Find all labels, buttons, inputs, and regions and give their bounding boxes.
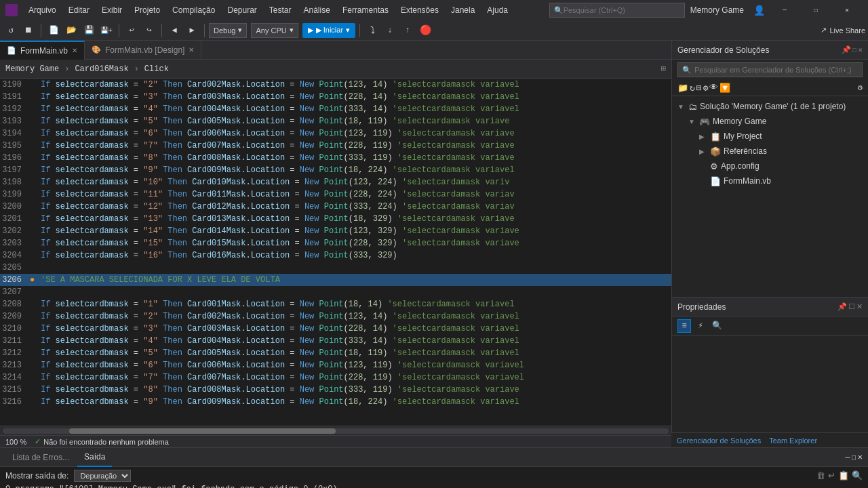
menu-janela[interactable]: Janela: [446, 3, 480, 18]
tree-item-myproject[interactable]: ▶ 📋 My Project: [672, 129, 868, 144]
breadcrumb-class[interactable]: Card016Mask: [75, 64, 128, 74]
props-pin-icon[interactable]: 📌: [837, 302, 847, 311]
save-button[interactable]: 💾: [81, 22, 97, 39]
se-refresh-icon[interactable]: ↻: [690, 83, 695, 94]
tab-close-design[interactable]: ✕: [189, 46, 194, 54]
line-number: 3194: [0, 127, 30, 140]
menu-exibir[interactable]: Exibir: [96, 3, 127, 18]
tab-output[interactable]: Saída: [77, 448, 112, 467]
menu-testar[interactable]: Testar: [264, 3, 297, 18]
line-number: 3204: [0, 249, 30, 262]
menu-depurar[interactable]: Depurar: [222, 3, 262, 18]
no-problems-status: ✓ Não foi encontrado nenhum problema: [35, 437, 169, 446]
search-input[interactable]: [564, 6, 672, 14]
se-pin-icon[interactable]: 📌: [842, 45, 851, 54]
step-in-button[interactable]: ↓: [382, 22, 398, 39]
stop-button[interactable]: ⏹: [20, 22, 37, 39]
table-row: 3194 If selectcardamask = "6" Then Card0…: [0, 127, 671, 140]
tab-error-list[interactable]: Lista de Erros...: [5, 448, 76, 467]
solution-explorer-link[interactable]: Gerenciador de Soluções: [677, 436, 761, 445]
props-sort-icon[interactable]: ⚡: [694, 319, 707, 333]
breadcrumb-project[interactable]: Memory Game: [5, 64, 59, 74]
save-all-button[interactable]: 💾+: [98, 22, 115, 39]
code-lines-area[interactable]: 3190 If selectcardamask = "2" Then Card0…: [0, 79, 671, 426]
menu-ajuda[interactable]: Ajuda: [481, 3, 513, 18]
breadcrumb-sep1: ›: [64, 64, 69, 74]
horizontal-scrollbar[interactable]: [0, 426, 671, 435]
team-explorer-link[interactable]: Team Explorer: [769, 436, 817, 445]
se-header-actions: 📌 ☐ ✕: [842, 45, 863, 54]
expand-icon[interactable]: ⊞: [661, 64, 666, 74]
se-preview-icon[interactable]: 👁: [709, 83, 718, 93]
breadcrumb-method[interactable]: Click: [144, 64, 169, 74]
redo-button[interactable]: ↪: [141, 22, 157, 39]
tree-item-formmain[interactable]: 📄 FormMain.vb: [672, 174, 868, 188]
new-file-button[interactable]: 📄: [45, 22, 62, 39]
back-button[interactable]: ◀: [166, 22, 182, 39]
menu-compilacao[interactable]: Compilação: [167, 3, 220, 18]
close-button[interactable]: ✕: [831, 0, 863, 20]
global-search[interactable]: 🔍: [549, 3, 685, 18]
output-copy-icon[interactable]: 📋: [838, 470, 849, 482]
output-source-dropdown[interactable]: Depuração: [74, 470, 131, 482]
solution-explorer: 🔍 📁 ↻ ⊟ ⚙ 👁 🔽 ⚙ ▼ 🗂 Solução 'Memory Ga: [671, 60, 868, 297]
se-filter-icon[interactable]: 🔽: [719, 83, 730, 94]
output-word-wrap-icon[interactable]: ↵: [828, 470, 835, 482]
menu-arquivo[interactable]: Arquivo: [23, 3, 62, 18]
table-row: 3214 If selectcardbmask = "7" Then Card0…: [0, 371, 671, 384]
output-clear-icon[interactable]: 🗑: [816, 470, 825, 482]
tree-item-solution[interactable]: ▼ 🗂 Solução 'Memory Game' (1 de 1 projet…: [672, 99, 868, 114]
se-collapse-icon[interactable]: ⊟: [696, 83, 702, 94]
output-close-icon[interactable]: ✕: [858, 452, 863, 462]
tree-item-references[interactable]: ▶ 📦 Referências: [672, 144, 868, 159]
output-maximize-icon[interactable]: ☐: [852, 452, 856, 462]
scroll-thumb[interactable]: [69, 428, 336, 434]
se-maximize-icon[interactable]: ☐: [852, 45, 857, 54]
window-title: Memory Game: [690, 5, 744, 15]
menu-ferramentas[interactable]: Ferramentas: [337, 3, 394, 18]
table-row: 3191 If selectcardamask = "3" Then Card0…: [0, 91, 671, 103]
refresh-button[interactable]: ↺: [3, 22, 19, 39]
se-search[interactable]: 🔍: [677, 62, 863, 77]
output-find-icon[interactable]: 🔍: [852, 470, 863, 482]
tab-formmain-design[interactable]: 🎨 FormMain.vb [Design] ✕: [85, 41, 201, 60]
margin-breakpoint: ●: [30, 274, 41, 286]
se-close-icon[interactable]: ✕: [858, 45, 863, 54]
props-filter-icon[interactable]: 🔍: [710, 319, 724, 333]
props-maximize-icon[interactable]: ☐: [848, 302, 855, 311]
undo-button[interactable]: ↩: [123, 22, 140, 39]
menu-editar[interactable]: Editar: [63, 3, 95, 18]
table-row: 3215 If selectcardbmask = "8" Then Card0…: [0, 384, 671, 396]
title-bar: Arquivo Editar Exibir Projeto Compilação…: [0, 0, 868, 20]
vs-profile[interactable]: 👤: [749, 0, 769, 20]
platform-dropdown[interactable]: Any CPU ▾: [251, 23, 298, 38]
step-over-button[interactable]: ⤵: [364, 22, 380, 39]
minimize-button[interactable]: ─: [769, 0, 800, 20]
forward-button[interactable]: ▶: [184, 22, 200, 39]
se-show-files-icon[interactable]: 📁: [677, 83, 688, 94]
step-out-button[interactable]: ↑: [399, 22, 416, 39]
breakpoint-button[interactable]: 🔴: [417, 22, 433, 39]
start-button[interactable]: ▶ ▶ Iniciar ▾: [302, 23, 355, 38]
menu-analise[interactable]: Análise: [298, 3, 336, 18]
tab-close-formmain[interactable]: ✕: [72, 47, 77, 54]
tree-item-project[interactable]: ▼ 🎮 Memory Game: [672, 114, 868, 129]
props-list-icon[interactable]: ≡: [677, 319, 691, 333]
line-number: 3200: [0, 201, 30, 213]
open-file-button[interactable]: 📂: [63, 22, 79, 39]
se-search-input[interactable]: [694, 66, 858, 74]
se-properties-icon[interactable]: ⚙: [703, 83, 709, 94]
maximize-button[interactable]: ☐: [800, 0, 831, 20]
toolbar: ↺ ⏹ 📄 📂 💾 💾+ ↩ ↪ ◀ ▶ Debug ▾ Any CPU ▾ ▶…: [0, 20, 868, 41]
tab-formmain-vb[interactable]: 📄 FormMain.vb ✕: [0, 41, 85, 60]
tree-item-appconfig[interactable]: ⚙ App.config: [672, 159, 868, 174]
editor-status: 100 % ✓ Não foi encontrado nenhum proble…: [0, 435, 671, 447]
live-share-button[interactable]: ↗ Live Share: [821, 26, 865, 35]
menu-extensoes[interactable]: Extensões: [395, 3, 444, 18]
props-toolbar: ≡ ⚡ 🔍: [672, 317, 868, 336]
se-settings-icon[interactable]: ⚙: [858, 83, 863, 93]
output-minimize-icon[interactable]: ─: [845, 453, 850, 462]
debug-mode-dropdown[interactable]: Debug ▾: [209, 23, 247, 38]
props-close-icon[interactable]: ✕: [856, 302, 863, 311]
menu-projeto[interactable]: Projeto: [129, 3, 165, 18]
